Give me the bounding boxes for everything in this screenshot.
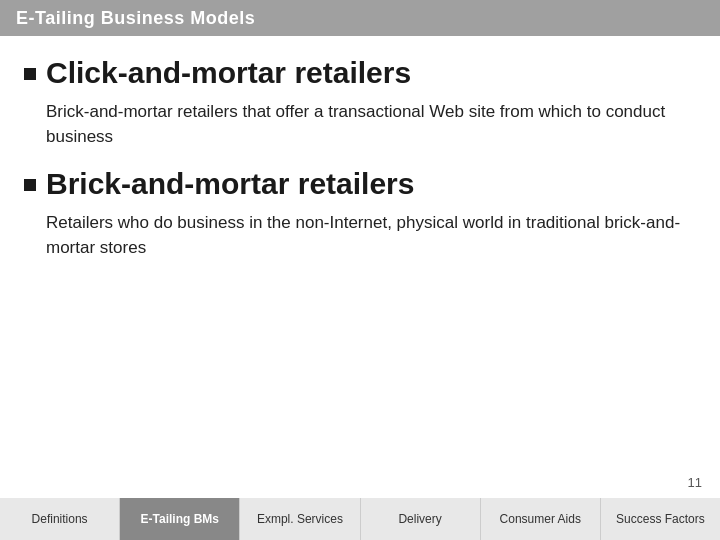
bullet-icon-1	[24, 68, 36, 80]
bottom-nav: Definitions E-Tailing BMs Exmpl. Service…	[0, 498, 720, 540]
nav-success-factors[interactable]: Success Factors	[601, 498, 720, 540]
section-heading-1: Click-and-mortar retailers	[24, 56, 696, 90]
nav-consumer-aids-label: Consumer Aids	[500, 512, 581, 526]
section-brick-and-mortar: Brick-and-mortar retailers Retailers who…	[24, 167, 696, 260]
nav-definitions-label: Definitions	[32, 512, 88, 526]
body-click-and-mortar: Brick-and-mortar retailers that offer a …	[24, 100, 696, 149]
section-heading-2: Brick-and-mortar retailers	[24, 167, 696, 201]
heading-click-and-mortar: Click-and-mortar retailers	[46, 56, 411, 90]
nav-definitions[interactable]: Definitions	[0, 498, 120, 540]
nav-success-factors-label: Success Factors	[616, 512, 705, 526]
body-brick-and-mortar: Retailers who do business in the non-Int…	[24, 211, 696, 260]
main-content: Click-and-mortar retailers Brick-and-mor…	[0, 36, 720, 289]
nav-etailing-bms-label: E-Tailing BMs	[141, 512, 219, 526]
page-number: 11	[688, 475, 702, 490]
header: E-Tailing Business Models	[0, 0, 720, 36]
nav-exmpl-services[interactable]: Exmpl. Services	[240, 498, 360, 540]
heading-brick-and-mortar: Brick-and-mortar retailers	[46, 167, 414, 201]
page-title: E-Tailing Business Models	[16, 8, 255, 29]
nav-exmpl-services-label: Exmpl. Services	[257, 512, 343, 526]
nav-delivery[interactable]: Delivery	[361, 498, 481, 540]
section-click-and-mortar: Click-and-mortar retailers Brick-and-mor…	[24, 56, 696, 149]
nav-delivery-label: Delivery	[398, 512, 441, 526]
nav-consumer-aids[interactable]: Consumer Aids	[481, 498, 601, 540]
nav-etailing-bms[interactable]: E-Tailing BMs	[120, 498, 240, 540]
bullet-icon-2	[24, 179, 36, 191]
